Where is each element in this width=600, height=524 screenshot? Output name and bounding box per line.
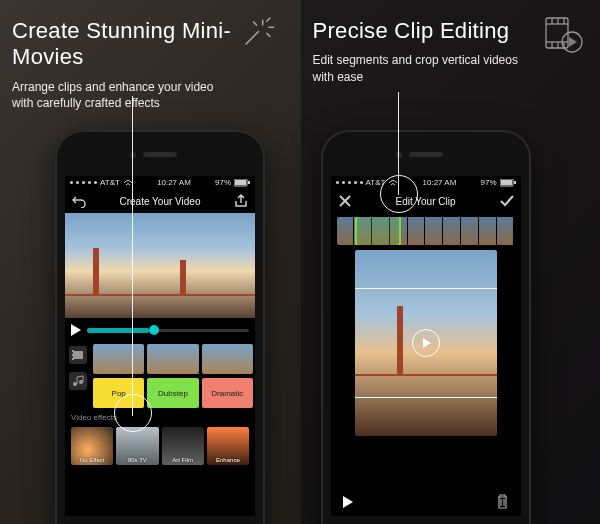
- device-frame: AT&T 10:27 AM 97% Edit Your Clip: [321, 130, 531, 524]
- svg-point-14: [79, 380, 83, 384]
- subline: Edit segments and crop vertical videos w…: [313, 52, 533, 84]
- battery-icon: [234, 179, 250, 187]
- play-button[interactable]: [71, 324, 81, 336]
- clock: 10:27 AM: [423, 178, 457, 187]
- confirm-button[interactable]: [499, 193, 515, 209]
- svg-rect-9: [73, 351, 83, 359]
- svg-line-3: [266, 18, 270, 22]
- trim-selection[interactable]: [355, 217, 401, 245]
- battery-icon: [500, 179, 516, 187]
- video-preview[interactable]: [65, 213, 255, 318]
- nav-bar: Edit Your Clip: [331, 189, 521, 213]
- section-label: Video effects: [65, 410, 255, 425]
- nav-title: Edit Your Clip: [353, 196, 499, 207]
- magic-wand-icon: [238, 14, 276, 56]
- status-bar: AT&T 10:27 AM 97%: [331, 176, 521, 189]
- svg-rect-12: [72, 358, 74, 360]
- subline: Arrange clips and enhance your video wit…: [12, 79, 232, 111]
- svg-rect-7: [235, 180, 246, 185]
- trim-strip[interactable]: [337, 217, 515, 245]
- nav-bar: Create Your Video: [65, 189, 255, 213]
- status-bar: AT&T 10:27 AM 97%: [65, 176, 255, 189]
- battery-pct: 97%: [480, 178, 496, 187]
- music-icon[interactable]: [69, 372, 87, 390]
- effect-no-effect[interactable]: No Effect: [71, 427, 113, 465]
- film-play-icon: [542, 14, 586, 62]
- clip-thumb[interactable]: [147, 344, 198, 374]
- cancel-button[interactable]: [337, 193, 353, 209]
- svg-rect-15: [546, 18, 568, 48]
- app-screen-create: AT&T 10:27 AM 97% Create Your Video: [65, 176, 255, 516]
- effect-enhance[interactable]: Enhance: [207, 427, 249, 465]
- delete-button[interactable]: [496, 494, 509, 511]
- effect-art-film[interactable]: Art Film: [162, 427, 204, 465]
- crop-handle-bottom[interactable]: [355, 397, 497, 398]
- svg-line-0: [245, 31, 258, 44]
- music-chip-dubstep[interactable]: Dubstep: [147, 378, 198, 408]
- play-button[interactable]: [343, 496, 353, 508]
- undo-button[interactable]: [71, 193, 87, 209]
- promo-panel-create: Create Stunning Mini-Movies Arrange clip…: [0, 0, 300, 524]
- svg-rect-11: [72, 354, 74, 356]
- carrier-label: AT&T: [100, 178, 120, 187]
- svg-rect-10: [72, 350, 74, 352]
- share-button[interactable]: [233, 193, 249, 209]
- clip-preview[interactable]: [355, 250, 497, 436]
- svg-line-5: [253, 22, 257, 26]
- promo-panel-edit: Precise Clip Editing Edit segments and c…: [300, 0, 601, 524]
- callout-line: [132, 96, 133, 416]
- clock: 10:27 AM: [157, 178, 191, 187]
- nav-title: Create Your Video: [87, 196, 233, 207]
- play-button[interactable]: [412, 329, 440, 357]
- clip-thumb[interactable]: [202, 344, 253, 374]
- svg-line-4: [266, 33, 270, 37]
- svg-rect-27: [514, 181, 516, 184]
- seek-bar[interactable]: [87, 329, 249, 332]
- svg-rect-8: [248, 181, 250, 184]
- app-screen-edit: AT&T 10:27 AM 97% Edit Your Clip: [331, 176, 521, 516]
- svg-rect-26: [501, 180, 512, 185]
- clip-thumb[interactable]: [93, 344, 144, 374]
- battery-pct: 97%: [215, 178, 231, 187]
- svg-point-13: [73, 382, 77, 386]
- crop-handle-top[interactable]: [355, 288, 497, 289]
- effect-80s-tv[interactable]: 80s TV: [116, 427, 158, 465]
- callout-line: [398, 92, 399, 195]
- device-frame: AT&T 10:27 AM 97% Create Your Video: [55, 130, 265, 524]
- music-chip-dramatic[interactable]: Dramatic: [202, 378, 253, 408]
- clips-icon[interactable]: [69, 346, 87, 364]
